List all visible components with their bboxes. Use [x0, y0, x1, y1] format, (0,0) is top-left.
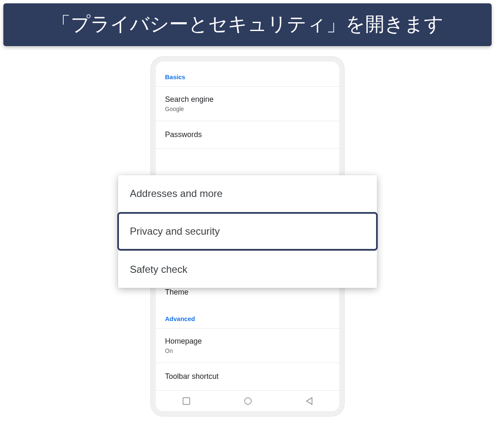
settings-item-privacy-security[interactable]: Privacy and security	[117, 212, 378, 251]
item-title: Homepage	[165, 337, 330, 346]
settings-item-safety-check[interactable]: Safety check	[118, 251, 377, 288]
recent-apps-icon[interactable]	[183, 397, 190, 405]
instruction-banner: 「プライバシーとセキュリティ」を開きます	[3, 3, 492, 46]
home-icon[interactable]	[244, 397, 252, 405]
settings-item-search-engine[interactable]: Search engine Google	[156, 86, 339, 121]
settings-item-addresses[interactable]: Addresses and more	[118, 175, 377, 212]
settings-item-toolbar-shortcut[interactable]: Toolbar shortcut	[156, 363, 339, 390]
section-header-advanced: Advanced	[156, 306, 339, 328]
item-title: Toolbar shortcut	[165, 372, 330, 381]
back-icon[interactable]	[306, 397, 312, 405]
android-nav-bar	[156, 390, 339, 411]
item-subtitle: On	[165, 347, 330, 354]
item-title: Theme	[165, 288, 330, 297]
item-subtitle: Google	[165, 106, 330, 112]
zoom-callout: Addresses and more Privacy and security …	[118, 175, 377, 288]
item-title: Passwords	[165, 130, 330, 139]
item-title: Search engine	[165, 95, 330, 104]
settings-item-homepage[interactable]: Homepage On	[156, 328, 339, 363]
settings-item-passwords[interactable]: Passwords	[156, 121, 339, 148]
section-header-basics: Basics	[156, 64, 339, 86]
